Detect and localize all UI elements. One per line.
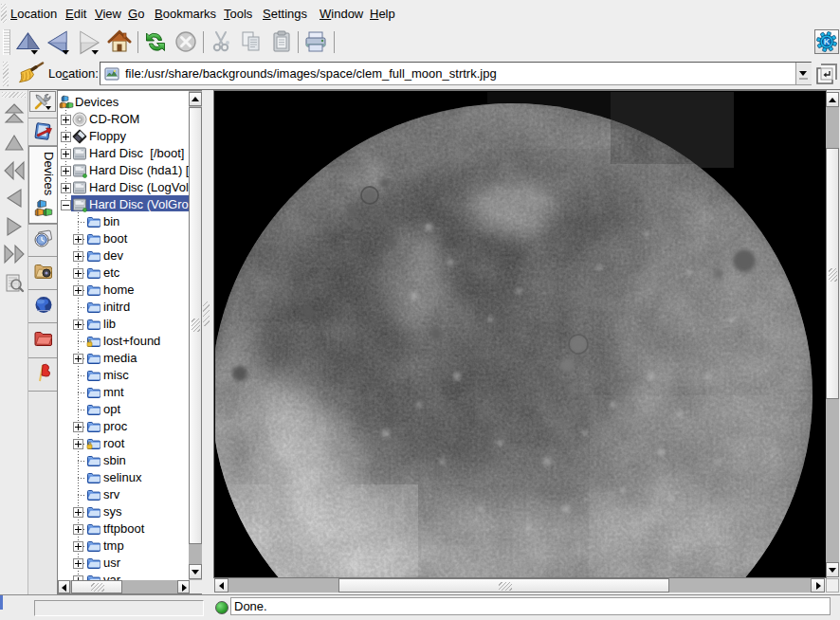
svg-text:K: K — [824, 37, 831, 46]
